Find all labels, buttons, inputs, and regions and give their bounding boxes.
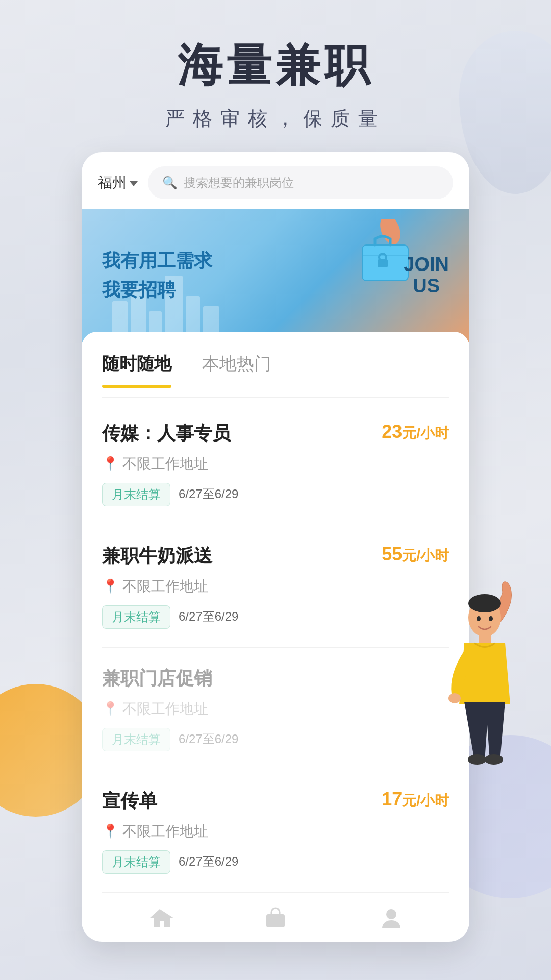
job-1-date-tag: 6/27至6/29	[179, 483, 238, 506]
job-4-location: 📍 不限工作地址	[102, 822, 449, 841]
banner-text1: 我有用工需求	[102, 249, 212, 274]
job-4-header: 宣传单 17元/小时	[102, 789, 449, 814]
job-2-header: 兼职牛奶派送 55元/小时	[102, 544, 449, 569]
location-pin-icon: 📍	[102, 456, 118, 472]
job-4-tags: 月末结算 6/27至6/29	[102, 850, 449, 874]
nav-home[interactable]	[146, 905, 173, 932]
banner-join: JOIN US	[404, 254, 449, 297]
search-bar[interactable]: 🔍 搜索想要的兼职岗位	[148, 166, 453, 199]
job-1-header: 传媒：人事专员 23元/小时	[102, 421, 449, 446]
character-illustration	[434, 572, 536, 766]
job-4-price: 17元/小时	[382, 789, 449, 811]
job-1-tags: 月末结算 6/27至6/29	[102, 483, 449, 506]
tab-local-hot[interactable]: 本地热门	[202, 352, 271, 382]
job-3-settlement-tag: 月末结算	[102, 728, 170, 751]
location-pin-icon-2: 📍	[102, 578, 118, 594]
svg-rect-10	[479, 633, 491, 643]
job-item-4[interactable]: 宣传单 17元/小时 📍 不限工作地址 月末结算 6/27至6/29	[102, 770, 449, 892]
banner-join-line2: US	[404, 276, 449, 297]
svg-point-11	[448, 693, 461, 703]
card-section: 随时随地 本地热门 传媒：人事专员 23元/小时 📍 不限工作地址 月末结	[82, 332, 469, 942]
banner[interactable]: 我有用工需求 我要招聘 JOIN US	[82, 209, 469, 342]
svg-point-7	[386, 909, 396, 919]
job-1-title: 传媒：人事专员	[102, 421, 231, 446]
job-2-tags: 月末结算 6/27至6/29	[102, 605, 449, 629]
hero-title: 海量兼职	[0, 41, 551, 90]
svg-point-9	[468, 594, 501, 612]
banner-join-line1: JOIN	[404, 254, 449, 276]
job-item-2[interactable]: 兼职牛奶派送 55元/小时 📍 不限工作地址 月末结算 6/27至6/29	[102, 525, 449, 648]
search-icon: 🔍	[162, 176, 178, 190]
job-item-1[interactable]: 传媒：人事专员 23元/小时 📍 不限工作地址 月末结算 6/27至6/29	[102, 403, 449, 525]
location-pin-icon-4: 📍	[102, 823, 118, 839]
hero-section: 海量兼职 严格审核，保质量	[0, 0, 551, 152]
bottom-nav	[102, 892, 449, 942]
banner-text2: 我要招聘	[102, 278, 212, 303]
hero-subtitle: 严格审核，保质量	[0, 106, 551, 132]
app-header: 福州 🔍 搜索想要的兼职岗位	[82, 152, 469, 209]
job-3-location: 📍 不限工作地址	[102, 699, 449, 719]
job-4-settlement-tag: 月末结算	[102, 850, 170, 874]
job-1-price: 23元/小时	[382, 421, 449, 443]
job-2-date-tag: 6/27至6/29	[179, 605, 238, 629]
svg-point-13	[485, 754, 503, 765]
job-2-title: 兼职牛奶派送	[102, 544, 212, 569]
tabs: 随时随地 本地热门	[102, 332, 449, 398]
search-placeholder: 搜索想要的兼职岗位	[184, 175, 294, 191]
job-3-tags: 月末结算 6/27至6/29	[102, 728, 449, 751]
job-1-location: 📍 不限工作地址	[102, 454, 449, 474]
job-2-price: 55元/小时	[382, 544, 449, 566]
svg-point-14	[477, 616, 481, 621]
job-1-settlement-tag: 月末结算	[102, 483, 170, 506]
location-pin-icon-3: 📍	[102, 701, 118, 717]
city-selector[interactable]: 福州	[98, 173, 138, 192]
svg-point-12	[468, 754, 486, 765]
job-3-title: 兼职门店促销	[102, 666, 212, 691]
job-3-date-tag: 6/27至6/29	[179, 728, 238, 751]
nav-profile[interactable]	[378, 905, 405, 932]
nav-jobs[interactable]	[262, 905, 289, 932]
svg-point-15	[489, 616, 493, 621]
tab-anytime[interactable]: 随时随地	[102, 352, 171, 382]
job-2-location: 📍 不限工作地址	[102, 577, 449, 596]
city-dropdown-arrow	[130, 181, 138, 186]
job-item-3-partial[interactable]: 兼职门店促销 📍 不限工作地址 月末结算 6/27至6/29	[102, 648, 449, 770]
phone-mockup: 福州 🔍 搜索想要的兼职岗位 我有用工需求 我要招聘 JOIN US	[82, 152, 469, 942]
job-4-date-tag: 6/27至6/29	[179, 850, 238, 874]
job-2-settlement-tag: 月末结算	[102, 605, 170, 629]
job-list: 传媒：人事专员 23元/小时 📍 不限工作地址 月末结算 6/27至6/29	[102, 398, 449, 892]
job-4-title: 宣传单	[102, 789, 157, 814]
svg-rect-6	[266, 914, 285, 927]
banner-text-group: 我有用工需求 我要招聘	[102, 249, 212, 303]
job-3-header: 兼职门店促销	[102, 666, 449, 691]
city-name: 福州	[98, 173, 127, 192]
